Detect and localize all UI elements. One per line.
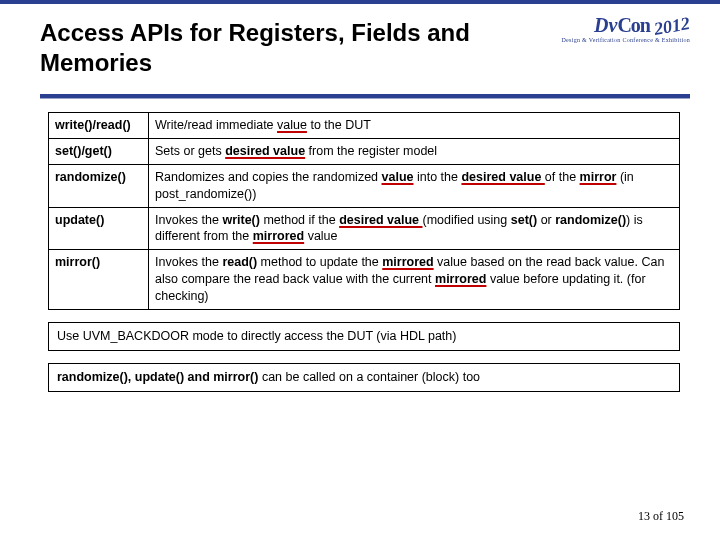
logo-subtitle: Design & Verification Conference & Exhib…: [561, 37, 690, 43]
note-container-rest: can be called on a container (block) too: [258, 370, 480, 384]
page-of: of: [650, 509, 666, 523]
text-run: into the: [414, 170, 462, 184]
text-run: Write/read immediate: [155, 118, 277, 132]
table-row: randomize()Randomizes and copies the ran…: [49, 164, 680, 207]
text-run: Invokes the: [155, 213, 222, 227]
page-current: 13: [638, 509, 650, 523]
emphasis-underline: desired value: [461, 170, 544, 184]
text-run: Sets or gets: [155, 144, 225, 158]
text-run: (modified using: [423, 213, 511, 227]
table-row: update()Invokes the write() method if th…: [49, 207, 680, 250]
emphasis-bold: read(): [222, 255, 257, 269]
page-total: 105: [666, 509, 684, 523]
text-run: from the register model: [305, 144, 437, 158]
text-run: Randomizes and copies the randomized: [155, 170, 382, 184]
emphasis-bold: randomize(): [555, 213, 626, 227]
api-name: set()/get(): [49, 138, 149, 164]
dvcon-logo: DvCon2012 Design & Verification Conferen…: [561, 14, 690, 43]
header-divider: [40, 94, 690, 98]
content-area: write()/read()Write/read immediate value…: [0, 112, 720, 392]
api-description: Invokes the read() method to update the …: [149, 250, 680, 310]
emphasis-underline: mirror: [580, 170, 617, 184]
text-run: method if the: [260, 213, 339, 227]
text-run: of the: [545, 170, 580, 184]
logo-year: 2012: [652, 13, 691, 40]
text-run: Invokes the: [155, 255, 222, 269]
api-description: Write/read immediate value to the DUT: [149, 113, 680, 139]
table-row: write()/read()Write/read immediate value…: [49, 113, 680, 139]
text-run: or: [537, 213, 555, 227]
emphasis-underline: mirrored: [253, 229, 304, 243]
note-backdoor: Use UVM_BACKDOOR mode to directly access…: [48, 322, 680, 351]
header: Access APIs for Registers, Fields and Me…: [0, 0, 720, 88]
api-description: Randomizes and copies the randomized val…: [149, 164, 680, 207]
api-name: write()/read(): [49, 113, 149, 139]
emphasis-underline: mirrored: [435, 272, 486, 286]
text-run: method to update the: [257, 255, 382, 269]
text-run: to the DUT: [307, 118, 371, 132]
page-counter: 13 of 105: [638, 509, 684, 524]
emphasis-underline: desired value: [339, 213, 422, 227]
logo-con: Con: [617, 14, 650, 36]
table-row: set()/get()Sets or gets desired value fr…: [49, 138, 680, 164]
note-container-bold: randomize(), update() and mirror(): [57, 370, 258, 384]
top-accent-bar: [0, 0, 720, 4]
table-row: mirror()Invokes the read() method to upd…: [49, 250, 680, 310]
api-name: randomize(): [49, 164, 149, 207]
api-table: write()/read()Write/read immediate value…: [48, 112, 680, 310]
emphasis-bold: write(): [222, 213, 260, 227]
emphasis-underline: value: [277, 118, 307, 132]
text-run: value: [304, 229, 337, 243]
emphasis-underline: value: [382, 170, 414, 184]
emphasis-underline: mirrored: [382, 255, 433, 269]
note-container: randomize(), update() and mirror() can b…: [48, 363, 680, 392]
api-description: Invokes the write() method if the desire…: [149, 207, 680, 250]
page-title: Access APIs for Registers, Fields and Me…: [40, 18, 561, 78]
api-description: Sets or gets desired value from the regi…: [149, 138, 680, 164]
logo-dv: Dv: [594, 14, 617, 36]
emphasis-underline: desired value: [225, 144, 305, 158]
api-name: mirror(): [49, 250, 149, 310]
api-name: update(): [49, 207, 149, 250]
emphasis-bold: set(): [511, 213, 537, 227]
